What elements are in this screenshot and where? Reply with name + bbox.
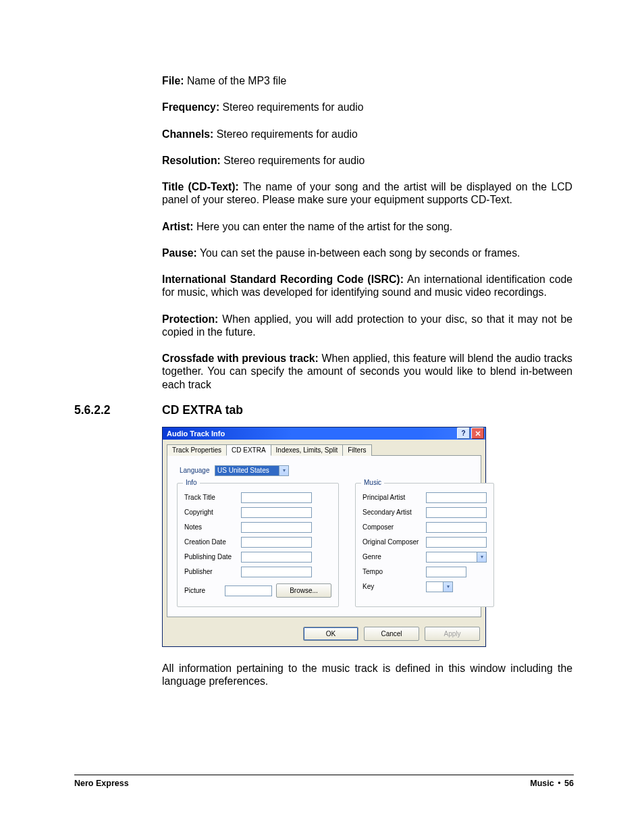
- dialog-title: Audio Track Info: [167, 429, 225, 438]
- cancel-button[interactable]: Cancel: [364, 627, 419, 641]
- publishing-date-input[interactable]: [241, 552, 312, 563]
- publisher-label: Publisher: [184, 568, 241, 575]
- info-group-label: Info: [183, 479, 200, 486]
- publishing-date-label: Publishing Date: [184, 553, 241, 561]
- audio-track-info-dialog: Audio Track Info ? Track Properties CD E…: [162, 427, 486, 647]
- def-text: You can set the pause in-between each so…: [200, 247, 520, 259]
- def-text: When applied, you will add protection to…: [162, 313, 572, 338]
- music-group: Music Principal Artist Secondary Artist …: [355, 483, 494, 607]
- chevron-down-icon: ▾: [477, 552, 486, 562]
- tab-track-properties[interactable]: Track Properties: [167, 444, 227, 456]
- chevron-down-icon: ▾: [443, 582, 452, 592]
- genre-combo[interactable]: ▾: [426, 552, 487, 563]
- notes-input[interactable]: [241, 522, 312, 533]
- music-group-label: Music: [361, 479, 384, 486]
- def-label: Channels:: [162, 128, 213, 140]
- secondary-artist-label: Secondary Artist: [363, 509, 426, 516]
- help-button[interactable]: ?: [457, 427, 470, 439]
- tab-cd-extra[interactable]: CD EXTRA: [226, 444, 271, 456]
- creation-date-input[interactable]: [241, 537, 312, 548]
- secondary-artist-input[interactable]: [426, 507, 487, 518]
- footer-bullet: •: [556, 779, 562, 788]
- copyright-label: Copyright: [184, 509, 241, 516]
- track-title-label: Track Title: [184, 494, 241, 501]
- def-label: File:: [162, 75, 184, 86]
- tempo-label: Tempo: [363, 568, 426, 575]
- def-label: Artist:: [162, 221, 194, 232]
- def-label: Resolution:: [162, 155, 221, 166]
- tempo-input[interactable]: [426, 567, 466, 577]
- footer-section: Music: [530, 779, 554, 788]
- picture-path-input[interactable]: [225, 585, 272, 596]
- def-text: Here you can enter the name of the artis…: [196, 221, 452, 232]
- def-text: Stereo requirements for audio: [217, 128, 358, 140]
- body-text: File: Name of the MP3 file Frequency: St…: [162, 74, 572, 391]
- footer-left: Nero Express: [74, 779, 129, 788]
- tab-filters[interactable]: Filters: [342, 444, 371, 456]
- dialog-titlebar: Audio Track Info ?: [163, 427, 485, 440]
- chevron-down-icon: ▾: [279, 466, 288, 475]
- language-value: US United States: [217, 467, 269, 474]
- apply-button[interactable]: Apply: [425, 627, 480, 641]
- genre-label: Genre: [363, 553, 426, 561]
- def-label: Crossfade with previous track:: [162, 353, 319, 364]
- language-combo[interactable]: US United States ▾: [215, 465, 289, 476]
- language-label: Language: [180, 467, 215, 474]
- ok-button[interactable]: OK: [303, 627, 358, 641]
- tab-row: Track Properties CD EXTRA Indexes, Limit…: [163, 440, 485, 455]
- notes-label: Notes: [184, 523, 241, 531]
- publisher-input[interactable]: [241, 567, 312, 577]
- page-footer: Nero Express Music • 56: [74, 775, 574, 788]
- def-label: Pause:: [162, 247, 197, 259]
- track-title-input[interactable]: [241, 492, 312, 503]
- browse-button[interactable]: Browse...: [276, 583, 331, 598]
- key-label: Key: [363, 583, 426, 590]
- section-title: CD EXTRA tab: [162, 403, 243, 417]
- principal-artist-label: Principal Artist: [363, 494, 426, 501]
- figure-caption: All information pertaining to the music …: [162, 662, 572, 688]
- def-label: Title (CD-Text):: [162, 181, 239, 192]
- composer-input[interactable]: [426, 522, 487, 533]
- def-label: International Standard Recording Code (I…: [162, 273, 404, 285]
- picture-label: Picture: [184, 587, 225, 594]
- page-number: 56: [564, 779, 574, 788]
- section-number: 5.6.2.2: [74, 403, 162, 417]
- cd-extra-panel: Language US United States ▾ Info Track T…: [167, 455, 481, 617]
- section-heading: 5.6.2.2 CD EXTRA tab: [74, 403, 574, 417]
- def-label: Protection:: [162, 313, 218, 325]
- info-group: Info Track Title Copyright Notes Creatio…: [177, 483, 339, 607]
- def-label: Frequency:: [162, 101, 219, 113]
- tab-indexes-limits-split[interactable]: Indexes, Limits, Split: [271, 444, 344, 456]
- dialog-buttons: OK Cancel Apply: [163, 623, 485, 646]
- creation-date-label: Creation Date: [184, 538, 241, 546]
- composer-label: Composer: [363, 523, 426, 531]
- def-text: Name of the MP3 file: [187, 75, 287, 86]
- copyright-input[interactable]: [241, 507, 312, 518]
- original-composer-input[interactable]: [426, 537, 487, 548]
- def-text: Stereo requirements for audio: [223, 155, 365, 166]
- original-composer-label: Original Composer: [363, 538, 426, 546]
- key-combo[interactable]: ▾: [426, 581, 453, 592]
- def-text: Stereo requirements for audio: [223, 101, 364, 113]
- close-icon: [475, 431, 481, 436]
- close-button[interactable]: [471, 427, 484, 439]
- principal-artist-input[interactable]: [426, 492, 487, 503]
